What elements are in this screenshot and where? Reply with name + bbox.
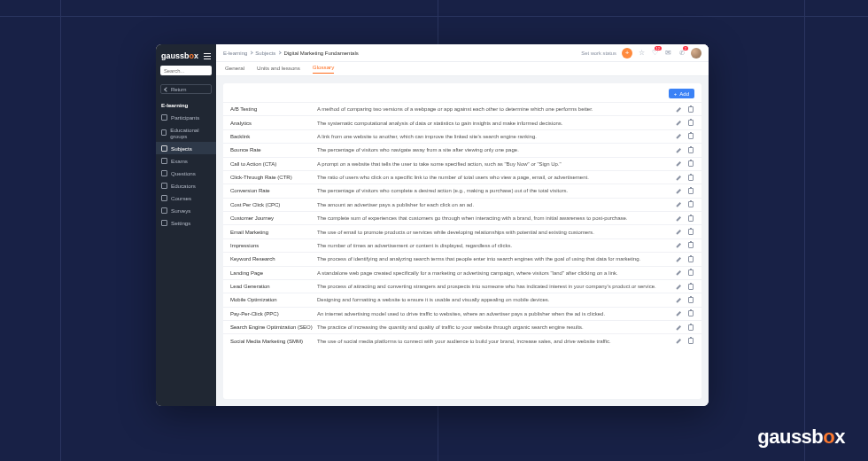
edit-button[interactable] bbox=[675, 229, 682, 236]
glossary-definition: The use of social media platforms to con… bbox=[317, 339, 675, 344]
glossary-term: Conversion Rate bbox=[230, 188, 317, 193]
edit-button[interactable] bbox=[675, 187, 682, 194]
return-button[interactable]: Return bbox=[160, 84, 212, 94]
delete-button[interactable] bbox=[687, 160, 694, 168]
trash-icon bbox=[688, 147, 694, 153]
delete-button[interactable] bbox=[687, 255, 694, 262]
sidebar-item-educational-groups[interactable]: Educational groups bbox=[156, 123, 216, 142]
delete-button[interactable] bbox=[687, 146, 694, 153]
glossary-term: Email Marketing bbox=[230, 230, 317, 235]
delete-button[interactable] bbox=[687, 283, 694, 290]
table-row: Call to Action (CTA)A prompt on a websit… bbox=[223, 157, 701, 170]
bell-icon[interactable]: ♡12 bbox=[651, 49, 659, 57]
edit-button[interactable] bbox=[675, 215, 682, 222]
sidebar-item-surveys[interactable]: Surveys bbox=[156, 204, 216, 216]
main: E-learningSubjectsDigital Marketing Fund… bbox=[216, 44, 709, 406]
edit-button[interactable] bbox=[675, 296, 682, 303]
sidebar-item-educators[interactable]: Educators bbox=[156, 179, 216, 191]
glossary-term: Bounce Rate bbox=[230, 147, 317, 152]
edit-button[interactable] bbox=[675, 160, 682, 168]
table-row: Pay-Per-Click (PPC)An internet advertisi… bbox=[223, 307, 701, 320]
delete-button[interactable] bbox=[687, 296, 694, 303]
sidebar: gaussbox Return E-learning ParticipantsE… bbox=[156, 44, 216, 406]
edit-button[interactable] bbox=[675, 146, 682, 153]
search-input[interactable] bbox=[160, 66, 212, 75]
sidebar-item-label: Questions bbox=[171, 170, 196, 176]
breadcrumb: E-learningSubjectsDigital Marketing Fund… bbox=[223, 51, 359, 56]
nav-icon bbox=[161, 114, 167, 121]
bell-badge: 12 bbox=[655, 46, 662, 51]
phone-icon[interactable]: ✆2 bbox=[678, 49, 686, 57]
breadcrumb-item[interactable]: Subjects bbox=[255, 51, 275, 56]
table-row: Search Engine Optimization (SEO)The prac… bbox=[223, 320, 701, 333]
edit-button[interactable] bbox=[675, 201, 682, 208]
tab-glossary[interactable]: Glossary bbox=[313, 64, 334, 74]
trash-icon bbox=[688, 175, 694, 181]
nav-icon bbox=[161, 145, 167, 152]
nav-icon bbox=[161, 158, 167, 164]
delete-button[interactable] bbox=[687, 133, 694, 140]
edit-button[interactable] bbox=[675, 133, 682, 140]
delete-button[interactable] bbox=[687, 201, 694, 208]
tab-general[interactable]: General bbox=[225, 65, 244, 74]
nav-icon bbox=[161, 207, 167, 214]
edit-button[interactable] bbox=[675, 120, 682, 127]
delete-button[interactable] bbox=[687, 310, 694, 317]
delete-button[interactable] bbox=[687, 324, 694, 331]
delete-button[interactable] bbox=[687, 215, 694, 222]
table-row: Keyword ResearchThe process of identifyi… bbox=[223, 252, 701, 265]
pencil-icon bbox=[676, 120, 682, 126]
add-button[interactable]: + Add bbox=[669, 89, 694, 98]
status-text[interactable]: Set work status bbox=[581, 51, 616, 56]
pencil-icon bbox=[676, 270, 682, 276]
hamburger-icon[interactable] bbox=[204, 53, 211, 59]
sidebar-item-exams[interactable]: Exams bbox=[156, 154, 216, 167]
breadcrumb-item[interactable]: E-learning bbox=[223, 51, 247, 56]
trash-icon bbox=[688, 229, 694, 235]
row-actions bbox=[675, 338, 694, 345]
sidebar-item-courses[interactable]: Courses bbox=[156, 191, 216, 204]
edit-button[interactable] bbox=[675, 283, 682, 290]
nav-icon bbox=[161, 170, 167, 176]
glossary-term: Search Engine Optimization (SEO) bbox=[230, 324, 317, 330]
brand-text: gaussbox bbox=[161, 51, 198, 60]
glossary-definition: The complete sum of experiences that cus… bbox=[317, 215, 675, 221]
delete-button[interactable] bbox=[687, 187, 694, 194]
row-actions bbox=[675, 187, 694, 194]
delete-button[interactable] bbox=[687, 229, 694, 236]
trash-icon bbox=[688, 201, 694, 207]
edit-button[interactable] bbox=[675, 255, 682, 262]
delete-button[interactable] bbox=[687, 270, 694, 277]
edit-button[interactable] bbox=[675, 270, 682, 277]
mail-icon[interactable]: ✉ bbox=[664, 49, 672, 57]
table-row: Conversion RateThe percentage of visitor… bbox=[223, 184, 701, 197]
table-row: Customer JourneyThe complete sum of expe… bbox=[223, 211, 701, 224]
tab-units-and-lessons[interactable]: Units and lessons bbox=[257, 65, 300, 74]
edit-button[interactable] bbox=[675, 338, 682, 345]
trash-icon bbox=[688, 133, 694, 139]
sidebar-item-settings[interactable]: Settings bbox=[156, 216, 216, 229]
delete-button[interactable] bbox=[687, 174, 694, 181]
pencil-icon bbox=[676, 175, 682, 181]
row-actions bbox=[675, 174, 694, 181]
star-icon[interactable]: ☆ bbox=[638, 49, 646, 57]
chevron-right-icon bbox=[278, 51, 282, 54]
sidebar-item-participants[interactable]: Participants bbox=[156, 111, 216, 123]
avatar[interactable] bbox=[691, 48, 701, 59]
edit-button[interactable] bbox=[675, 310, 682, 317]
edit-button[interactable] bbox=[675, 174, 682, 181]
glossary-term: Mobile Optimization bbox=[230, 297, 317, 302]
table-row: BacklinkA link from one website to anoth… bbox=[223, 129, 701, 143]
edit-button[interactable] bbox=[675, 242, 682, 249]
sidebar-item-label: Exams bbox=[171, 158, 188, 164]
edit-button[interactable] bbox=[675, 324, 682, 331]
edit-button[interactable] bbox=[675, 105, 682, 113]
delete-button[interactable] bbox=[687, 105, 694, 113]
sidebar-item-questions[interactable]: Questions bbox=[156, 167, 216, 179]
delete-button[interactable] bbox=[687, 120, 694, 127]
add-global-button[interactable]: + bbox=[622, 48, 632, 59]
delete-button[interactable] bbox=[687, 338, 694, 345]
nav-section-header: E-learning bbox=[156, 99, 216, 111]
delete-button[interactable] bbox=[687, 242, 694, 249]
sidebar-item-subjects[interactable]: Subjects bbox=[156, 142, 216, 154]
